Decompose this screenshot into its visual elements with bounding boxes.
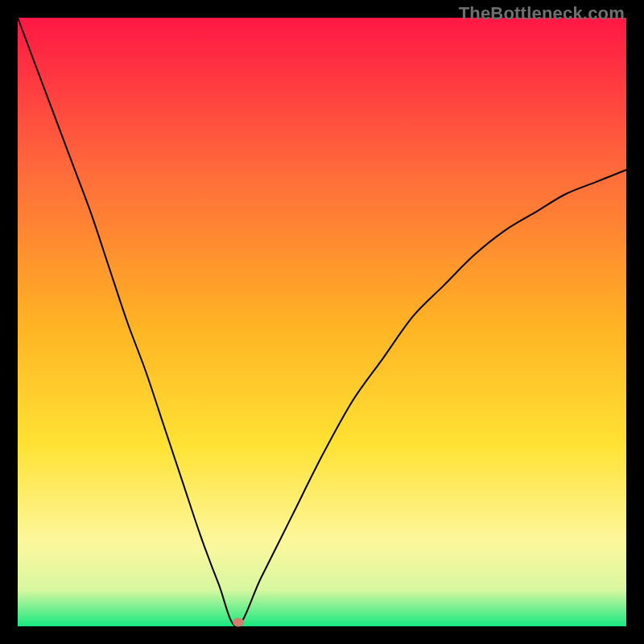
chart-container: TheBottleneck.com — [0, 0, 644, 644]
plot-background — [18, 18, 626, 626]
bottleneck-curve-plot — [0, 0, 644, 644]
watermark-text: TheBottleneck.com — [459, 3, 625, 24]
optimal-point-marker — [233, 618, 244, 627]
